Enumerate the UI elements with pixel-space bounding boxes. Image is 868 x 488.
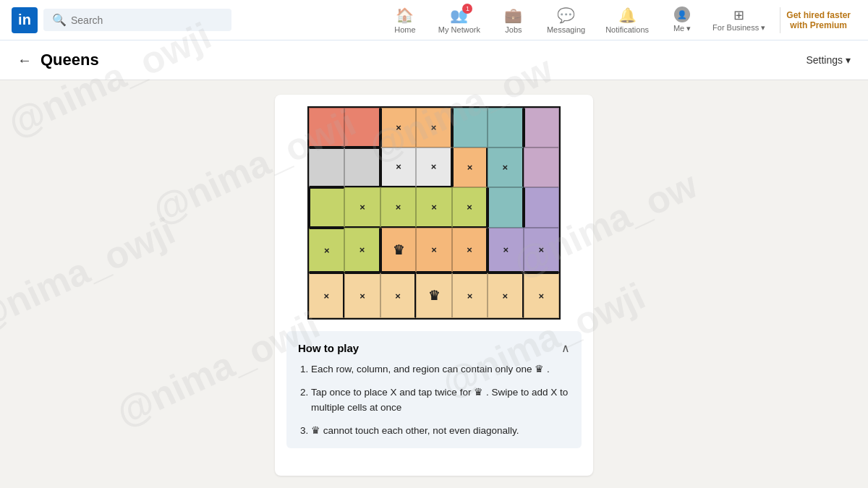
rule-3: ♛ cannot touch each other, not even diag…: [311, 424, 570, 438]
for-business-label: For Business ▾: [712, 23, 765, 33]
back-button[interactable]: ←: [17, 52, 32, 69]
cell-0-4[interactable]: [452, 108, 488, 147]
settings-button[interactable]: Settings ▾: [806, 54, 851, 66]
my-network-icon: 👥 1: [450, 7, 468, 24]
cell-4-4[interactable]: ×: [452, 273, 488, 318]
nav-item-jobs[interactable]: 💼 Jobs: [492, 4, 535, 37]
cell-2-6[interactable]: [524, 187, 559, 228]
x-mark: ×: [396, 161, 401, 172]
x-mark: ×: [431, 244, 437, 255]
nav-items: 🏠 Home 👥 1 My Network 💼 Jobs 💬 Messaging…: [383, 4, 856, 37]
cell-3-0[interactable]: ×: [309, 228, 344, 273]
page-header: ← Queens Settings ▾: [0, 40, 868, 80]
cell-4-0[interactable]: ×: [309, 273, 344, 318]
x-mark: ×: [359, 202, 365, 213]
nav-label-jobs: Jobs: [505, 25, 522, 34]
nav-item-home[interactable]: 🏠 Home: [383, 4, 427, 37]
grid-wrapper: ××××××××××××♛×××××××♛×××: [275, 95, 593, 325]
cell-0-2[interactable]: ×: [380, 108, 416, 147]
cell-3-6[interactable]: ×: [524, 228, 559, 273]
rules-list: Each row, column, and region can contain…: [298, 362, 570, 438]
x-mark: ×: [538, 244, 544, 255]
x-mark: ×: [538, 291, 544, 301]
how-to-play-header: How to play ∧: [298, 341, 570, 355]
premium-label[interactable]: Get hired faster with Premium: [786, 10, 851, 30]
cell-1-3[interactable]: ×: [416, 147, 451, 188]
cell-3-2[interactable]: ♛: [380, 228, 416, 273]
grid-icon: ⊞: [733, 7, 744, 23]
jobs-icon: 💼: [504, 7, 522, 24]
x-mark: ×: [396, 202, 401, 213]
cell-2-2[interactable]: ×: [380, 187, 416, 228]
nav-label-notifications: Notifications: [605, 25, 649, 34]
premium-link[interactable]: Get hired faster with Premium: [780, 7, 856, 33]
search-icon: 🔍: [52, 13, 67, 27]
nav-item-notifications[interactable]: 🔔 Notifications: [597, 4, 658, 37]
x-mark: ×: [503, 162, 509, 173]
navbar: in 🔍 🏠 Home 👥 1 My Network 💼 Jobs 💬 Mess…: [0, 0, 868, 40]
x-mark: ×: [323, 291, 329, 301]
queens-grid[interactable]: ××××××××××××♛×××××××♛×××: [307, 106, 561, 320]
messaging-icon: 💬: [557, 7, 575, 24]
x-mark: ×: [431, 161, 437, 172]
nav-item-for-business[interactable]: ⊞ For Business ▾: [707, 4, 771, 35]
game-container: ××××××××××××♛×××××××♛××× How to play ∧ E…: [275, 95, 593, 476]
nav-label-home: Home: [394, 25, 415, 34]
linkedin-logo[interactable]: in: [12, 7, 38, 33]
x-mark: ×: [503, 291, 509, 301]
how-to-play-title: How to play: [298, 342, 359, 354]
cell-2-3[interactable]: ×: [416, 187, 451, 228]
settings-chevron-icon: ▾: [846, 54, 851, 66]
cell-0-6[interactable]: [524, 108, 559, 147]
nav-label-messaging: Messaging: [547, 25, 585, 34]
page-title: Queens: [41, 51, 99, 69]
x-mark: ×: [467, 291, 473, 301]
crown-symbol: ♛: [393, 242, 404, 258]
cell-0-5[interactable]: [488, 108, 523, 147]
cell-1-2[interactable]: ×: [380, 147, 416, 188]
home-icon: 🏠: [396, 7, 414, 24]
cell-0-0[interactable]: [309, 108, 344, 147]
x-mark: ×: [324, 245, 330, 256]
cell-4-2[interactable]: ×: [380, 273, 416, 318]
me-avatar-icon: 👤: [674, 7, 690, 22]
cell-1-4[interactable]: ×: [452, 147, 488, 188]
nav-item-messaging[interactable]: 💬 Messaging: [538, 4, 594, 37]
cell-1-5[interactable]: ×: [488, 147, 523, 188]
cell-1-1[interactable]: [344, 147, 380, 188]
cell-4-1[interactable]: ×: [344, 273, 380, 318]
avatar: 👤: [674, 7, 690, 22]
cell-0-1[interactable]: [344, 108, 380, 147]
cell-0-3[interactable]: ×: [416, 108, 451, 147]
rule-2: Tap once to place X and tap twice for ♛ …: [311, 385, 570, 415]
cell-3-3[interactable]: ×: [416, 228, 451, 273]
cell-1-6[interactable]: [524, 147, 559, 188]
cell-2-1[interactable]: ×: [344, 187, 380, 228]
cell-3-1[interactable]: ×: [344, 228, 380, 273]
cell-3-5[interactable]: ×: [488, 228, 523, 273]
x-mark: ×: [359, 244, 365, 255]
cell-4-6[interactable]: ×: [524, 273, 559, 318]
rule-1: Each row, column, and region can contain…: [311, 362, 570, 377]
nav-item-me[interactable]: 👤 Me ▾: [660, 4, 704, 36]
nav-item-my-network[interactable]: 👥 1 My Network: [430, 4, 489, 37]
search-input[interactable]: [71, 14, 216, 26]
x-mark: ×: [359, 291, 365, 301]
nav-label-my-network: My Network: [438, 25, 480, 34]
cell-2-5[interactable]: [488, 187, 523, 228]
page-title-area: ← Queens: [17, 51, 99, 69]
search-bar[interactable]: 🔍: [43, 9, 231, 31]
notifications-icon: 🔔: [618, 7, 637, 24]
cell-3-4[interactable]: ×: [452, 228, 488, 273]
x-mark: ×: [467, 162, 473, 173]
cell-4-3[interactable]: ♛: [416, 273, 451, 318]
cell-2-0[interactable]: [309, 187, 344, 228]
x-mark: ×: [467, 202, 472, 213]
x-mark: ×: [396, 122, 401, 133]
cell-2-4[interactable]: ×: [452, 187, 488, 228]
cell-4-5[interactable]: ×: [488, 273, 523, 318]
x-mark: ×: [395, 291, 401, 301]
cell-1-0[interactable]: [309, 147, 344, 188]
x-mark: ×: [467, 244, 472, 255]
collapse-chevron-icon[interactable]: ∧: [561, 341, 570, 355]
